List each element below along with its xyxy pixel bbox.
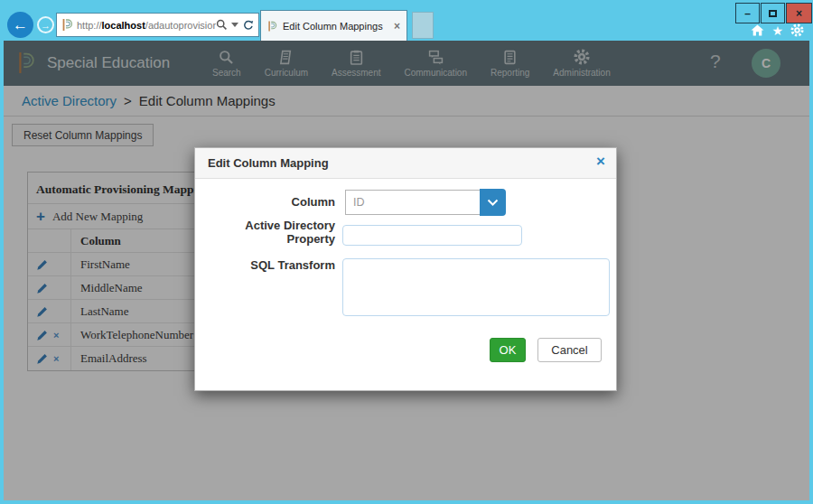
edit-column-mapping-dialog: Edit Column Mapping × Column ID Active D… <box>194 147 617 391</box>
home-icon[interactable] <box>751 24 764 36</box>
tab-close-icon[interactable]: × <box>394 20 400 33</box>
favorites-star-icon[interactable]: ★ <box>771 24 783 37</box>
sql-transform-textarea[interactable] <box>342 258 610 316</box>
minimize-icon: – <box>744 7 751 20</box>
tab-title: Edit Column Mappings <box>283 21 388 32</box>
browser-titlebar: ← → http://localhost/adautoprovisionedit <box>0 0 813 41</box>
browser-tab[interactable]: Edit Column Mappings × <box>260 10 407 41</box>
address-bar[interactable]: http://localhost/adautoprovisionedit <box>56 13 259 37</box>
active-directory-property-input[interactable] <box>342 225 522 246</box>
url-text[interactable]: http://localhost/adautoprovisionedit <box>77 20 216 31</box>
browser-forward-button[interactable]: → <box>37 16 54 33</box>
window-maximize-button[interactable] <box>761 3 785 23</box>
dialog-close-icon[interactable]: × <box>596 153 605 171</box>
maximize-icon <box>769 10 777 17</box>
window-close-button[interactable]: × <box>786 3 812 23</box>
column-select[interactable]: ID <box>345 189 506 216</box>
dialog-header: Edit Column Mapping × <box>195 148 616 179</box>
cancel-button[interactable]: Cancel <box>537 338 602 362</box>
column-label: Column <box>195 195 335 209</box>
site-favicon <box>61 18 73 32</box>
column-select-value[interactable]: ID <box>345 190 481 215</box>
search-icon[interactable] <box>216 19 228 31</box>
chevron-down-icon[interactable] <box>480 189 506 216</box>
ok-button[interactable]: OK <box>490 338 526 362</box>
forward-arrow-icon: → <box>41 20 51 31</box>
refresh-icon[interactable] <box>242 19 255 32</box>
new-tab-button[interactable] <box>412 12 434 39</box>
address-dropdown-icon[interactable] <box>231 23 238 27</box>
active-directory-property-label: Active Directory Property <box>195 219 335 246</box>
settings-gear-icon[interactable] <box>790 23 804 37</box>
window-close-icon: × <box>796 7 802 20</box>
sql-transform-label: SQL Transform <box>195 258 335 272</box>
browser-back-button[interactable]: ← <box>7 12 33 38</box>
tab-favicon <box>267 20 277 33</box>
dialog-title: Edit Column Mapping <box>208 156 329 170</box>
back-arrow-icon: ← <box>13 16 28 34</box>
window-minimize-button[interactable]: – <box>735 3 760 23</box>
